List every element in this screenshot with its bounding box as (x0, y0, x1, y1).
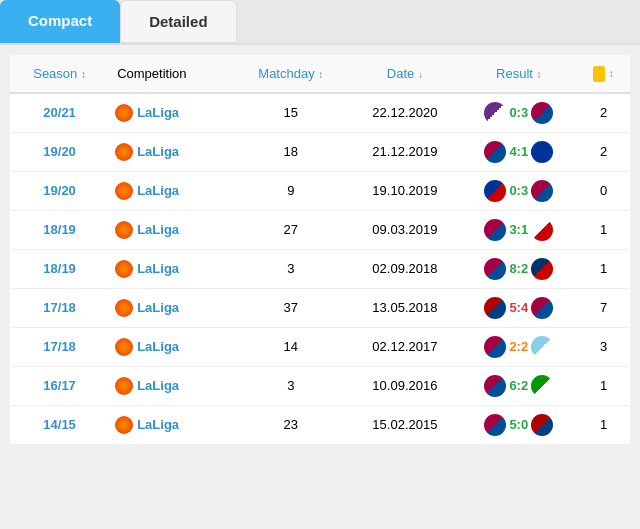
table-row: 17/18 LaLiga 37 13.05.2018 5:4 7 (10, 288, 630, 327)
competition-cell: LaLiga (109, 327, 232, 366)
competition-cell: LaLiga (109, 249, 232, 288)
result-cell: 0:3 (461, 93, 578, 133)
laliga-logo (115, 182, 133, 200)
result-sort[interactable]: Result ↕ (496, 66, 541, 81)
laliga-logo (115, 260, 133, 278)
season-cell: 19/20 (10, 171, 109, 210)
date-sort-arrow: ↓ (418, 69, 423, 80)
competition-name[interactable]: LaLiga (137, 261, 179, 276)
laliga-logo (115, 299, 133, 317)
laliga-logo (115, 416, 133, 434)
cards-cell: 2 (577, 93, 630, 133)
competition-name[interactable]: LaLiga (137, 417, 179, 432)
cards-cell: 1 (577, 366, 630, 405)
team2-badge (531, 414, 553, 436)
score: 5:4 (509, 300, 528, 315)
team2-badge (531, 102, 553, 124)
result-cell: 5:0 (461, 405, 578, 444)
team2-badge (531, 258, 553, 280)
table-row: 16/17 LaLiga 3 10.09.2016 6:2 1 (10, 366, 630, 405)
date-cell: 15.02.2015 (349, 405, 460, 444)
table-row: 18/19 LaLiga 27 09.03.2019 3:1 1 (10, 210, 630, 249)
matchday-sort[interactable]: Matchday ↕ (258, 66, 323, 81)
competition-name[interactable]: LaLiga (137, 105, 179, 120)
tab-bar: Compact Detailed (0, 0, 640, 45)
laliga-logo (115, 338, 133, 356)
team1-badge (484, 336, 506, 358)
matchday-cell: 15 (232, 93, 349, 133)
season-cell: 17/18 (10, 327, 109, 366)
matchday-cell: 14 (232, 327, 349, 366)
table-row: 18/19 LaLiga 3 02.09.2018 8:2 1 (10, 249, 630, 288)
season-cell: 20/21 (10, 93, 109, 133)
col-result: Result ↕ (461, 55, 578, 93)
competition-name[interactable]: LaLiga (137, 183, 179, 198)
team2-badge (531, 180, 553, 202)
date-cell: 09.03.2019 (349, 210, 460, 249)
season-cell: 18/19 (10, 249, 109, 288)
competition-cell: LaLiga (109, 210, 232, 249)
season-cell: 19/20 (10, 132, 109, 171)
result-cell: 0:3 (461, 171, 578, 210)
competition-cell: LaLiga (109, 405, 232, 444)
matchday-cell: 23 (232, 405, 349, 444)
cards-cell: 0 (577, 171, 630, 210)
result-cell: 3:1 (461, 210, 578, 249)
team2-badge (531, 297, 553, 319)
date-cell: 02.09.2018 (349, 249, 460, 288)
team1-badge (484, 258, 506, 280)
table-row: 14/15 LaLiga 23 15.02.2015 5:0 1 (10, 405, 630, 444)
team2-badge (531, 336, 553, 358)
col-matchday: Matchday ↕ (232, 55, 349, 93)
col-date: Date ↓ (349, 55, 460, 93)
cards-sort[interactable]: ↕ (593, 65, 614, 80)
competition-cell: LaLiga (109, 93, 232, 133)
competition-name[interactable]: LaLiga (137, 222, 179, 237)
season-cell: 17/18 (10, 288, 109, 327)
matchday-cell: 3 (232, 249, 349, 288)
season-sort[interactable]: Season ↕ (33, 66, 86, 81)
col-cards: ↕ (577, 55, 630, 93)
date-sort[interactable]: Date ↓ (387, 66, 423, 81)
score: 4:1 (509, 144, 528, 159)
cards-cell: 1 (577, 249, 630, 288)
tab-compact[interactable]: Compact (0, 0, 120, 43)
date-cell: 21.12.2019 (349, 132, 460, 171)
matchday-cell: 9 (232, 171, 349, 210)
date-cell: 13.05.2018 (349, 288, 460, 327)
competition-name[interactable]: LaLiga (137, 144, 179, 159)
team1-badge (484, 414, 506, 436)
laliga-logo (115, 377, 133, 395)
score: 2:2 (509, 339, 528, 354)
matchday-cell: 27 (232, 210, 349, 249)
stats-table-container: Season ↕ Competition Matchday ↕ Date ↓ (10, 55, 630, 445)
table-header-row: Season ↕ Competition Matchday ↕ Date ↓ (10, 55, 630, 93)
matchday-cell: 3 (232, 366, 349, 405)
score: 0:3 (509, 105, 528, 120)
tab-detailed[interactable]: Detailed (120, 0, 236, 43)
team1-badge (484, 180, 506, 202)
competition-name[interactable]: LaLiga (137, 339, 179, 354)
laliga-logo (115, 104, 133, 122)
season-cell: 14/15 (10, 405, 109, 444)
table-row: 20/21 LaLiga 15 22.12.2020 0:3 2 (10, 93, 630, 133)
score: 8:2 (509, 261, 528, 276)
score: 5:0 (509, 417, 528, 432)
laliga-logo (115, 143, 133, 161)
cards-cell: 3 (577, 327, 630, 366)
date-cell: 02.12.2017 (349, 327, 460, 366)
cards-cell: 7 (577, 288, 630, 327)
team2-badge (531, 375, 553, 397)
date-cell: 19.10.2019 (349, 171, 460, 210)
matchday-cell: 18 (232, 132, 349, 171)
competition-name[interactable]: LaLiga (137, 378, 179, 393)
competition-cell: LaLiga (109, 132, 232, 171)
competition-name[interactable]: LaLiga (137, 300, 179, 315)
team1-badge (484, 219, 506, 241)
season-cell: 18/19 (10, 210, 109, 249)
season-cell: 16/17 (10, 366, 109, 405)
result-cell: 8:2 (461, 249, 578, 288)
col-competition: Competition (109, 55, 232, 93)
table-row: 19/20 LaLiga 9 19.10.2019 0:3 0 (10, 171, 630, 210)
cards-cell: 1 (577, 405, 630, 444)
